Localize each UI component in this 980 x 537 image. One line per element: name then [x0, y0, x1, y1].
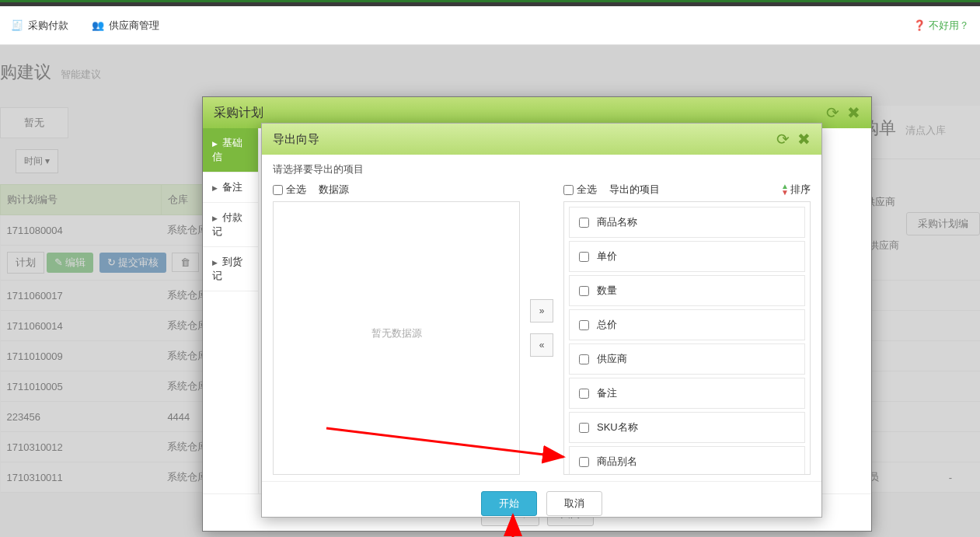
select-all-right[interactable]: 全选	[563, 183, 597, 197]
sort-button[interactable]: ▲▼ 排序	[781, 183, 811, 197]
supplier-mgmt-label: 供应商管理	[109, 19, 159, 33]
refresh-icon[interactable]: ⟳	[826, 103, 839, 122]
refresh-icon[interactable]: ⟳	[776, 130, 790, 148]
receipt-icon: 🧾	[11, 19, 23, 31]
item-checkbox[interactable]	[579, 286, 589, 296]
source-list-box: 暂无数据源	[273, 201, 520, 475]
select-all-left[interactable]: 全选	[273, 183, 306, 197]
data-source-label: 数据源	[319, 183, 349, 197]
list-item[interactable]: 总价	[569, 309, 805, 340]
source-column: 全选 数据源 暂无数据源	[273, 181, 520, 475]
target-column: 全选 导出的项目 ▲▼ 排序 商品名称 单价 数量 总价 供应商	[563, 181, 811, 475]
list-item[interactable]: 单价	[569, 241, 805, 272]
move-left-button[interactable]: «	[530, 333, 553, 357]
item-checkbox[interactable]	[579, 252, 589, 262]
users-icon: 👥	[92, 19, 104, 31]
select-all-left-checkbox[interactable]	[273, 185, 283, 195]
sort-down-icon: ▼	[781, 188, 789, 197]
move-right-button[interactable]: »	[530, 299, 553, 323]
close-icon[interactable]: ✖	[847, 103, 860, 122]
chevron-right-icon: »	[539, 305, 545, 316]
export-wizard-modal: 导出向导 ⟳ ✖ 请选择要导出的项目 全选 数据源 暂无数据源 » «	[261, 123, 822, 518]
outer-sidebar: 基础信 备注 付款记 到货记	[203, 128, 259, 493]
list-item[interactable]: 备注	[569, 378, 805, 409]
exported-label: 导出的项目	[609, 183, 660, 197]
sidebar-tab-payment[interactable]: 付款记	[203, 203, 258, 247]
select-all-right-checkbox[interactable]	[563, 185, 574, 195]
list-item[interactable]: SKU名称	[569, 412, 805, 443]
chevron-left-icon: «	[539, 340, 545, 350]
item-checkbox[interactable]	[579, 218, 589, 228]
feedback-label: 不好用？	[929, 19, 969, 33]
sidebar-tab-remark[interactable]: 备注	[203, 173, 258, 203]
supplier-mgmt-button[interactable]: 👥 供应商管理	[92, 19, 159, 33]
inner-prompt: 请选择要导出的项目	[262, 155, 821, 181]
sidebar-tab-basic[interactable]: 基础信	[203, 128, 258, 173]
outer-modal-title: 采购计划	[214, 105, 263, 121]
list-item[interactable]: 供应商	[569, 343, 805, 375]
item-checkbox[interactable]	[579, 423, 589, 433]
list-item[interactable]: 商品别名	[569, 446, 805, 474]
question-icon: ❓	[913, 19, 926, 31]
start-button[interactable]: 开始	[481, 491, 537, 516]
purchase-pay-button[interactable]: 🧾 采购付款	[11, 19, 68, 33]
list-item[interactable]: 商品名称	[569, 207, 805, 238]
item-checkbox[interactable]	[579, 389, 589, 399]
item-checkbox[interactable]	[579, 354, 589, 364]
sidebar-tab-arrival[interactable]: 到货记	[203, 247, 258, 291]
item-checkbox[interactable]	[579, 457, 589, 467]
close-icon[interactable]: ✖	[797, 130, 811, 148]
top-toolbar: 🧾 采购付款 👥 供应商管理 ❓ 不好用？	[0, 6, 980, 45]
empty-source-text: 暂无数据源	[274, 202, 519, 340]
feedback-link[interactable]: ❓ 不好用？	[913, 19, 969, 33]
target-list-box[interactable]: 商品名称 单价 数量 总价 供应商 备注 SKU名称 商品别名	[563, 201, 811, 475]
list-item[interactable]: 数量	[569, 275, 805, 306]
item-checkbox[interactable]	[579, 320, 589, 330]
purchase-pay-label: 采购付款	[28, 19, 68, 33]
inner-modal-title: 导出向导	[273, 132, 319, 147]
cancel-button[interactable]: 取消	[546, 491, 602, 516]
